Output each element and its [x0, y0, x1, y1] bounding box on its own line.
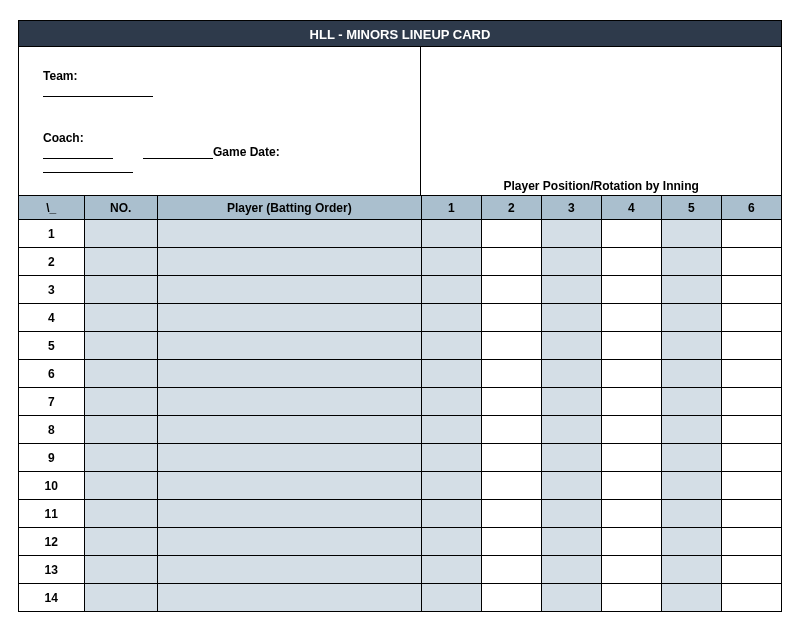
- cell-inning-4: [601, 444, 661, 472]
- cell-player: [157, 472, 421, 500]
- cell-inning-4: [601, 220, 661, 248]
- table-row: 5: [19, 332, 782, 360]
- cell-inning-2: [481, 276, 541, 304]
- table-row: 4: [19, 304, 782, 332]
- cell-no: [84, 416, 157, 444]
- row-number: 6: [19, 360, 85, 388]
- row-number: 3: [19, 276, 85, 304]
- table-row: 6: [19, 360, 782, 388]
- cell-inning-5: [661, 360, 721, 388]
- cell-inning-2: [481, 556, 541, 584]
- info-left: Team: Coach: Game Date:: [19, 47, 421, 195]
- cell-inning-2: [481, 528, 541, 556]
- cell-player: [157, 416, 421, 444]
- row-number: 9: [19, 444, 85, 472]
- header-row: \_ NO. Player (Batting Order) 1 2 3 4 5 …: [19, 196, 782, 220]
- cell-player: [157, 332, 421, 360]
- cell-inning-5: [661, 248, 721, 276]
- row-number: 14: [19, 584, 85, 612]
- cell-inning-1: [421, 360, 481, 388]
- cell-inning-3: [541, 500, 601, 528]
- cell-inning-1: [421, 528, 481, 556]
- row-number: 4: [19, 304, 85, 332]
- row-number: 8: [19, 416, 85, 444]
- cell-inning-4: [601, 556, 661, 584]
- cell-inning-4: [601, 528, 661, 556]
- col-inning-6: 6: [721, 196, 781, 220]
- cell-inning-3: [541, 332, 601, 360]
- team-blank: [43, 96, 153, 97]
- cell-inning-4: [601, 472, 661, 500]
- cell-inning-6: [721, 416, 781, 444]
- coach-blank: [43, 158, 113, 159]
- cell-no: [84, 500, 157, 528]
- row-number: 10: [19, 472, 85, 500]
- table-row: 1: [19, 220, 782, 248]
- cell-player: [157, 444, 421, 472]
- cell-inning-1: [421, 388, 481, 416]
- cell-inning-1: [421, 304, 481, 332]
- col-inning-4: 4: [601, 196, 661, 220]
- cell-inning-3: [541, 416, 601, 444]
- cell-inning-6: [721, 500, 781, 528]
- info-row: Team: Coach: Game Date: Player Position/…: [18, 46, 782, 195]
- cell-no: [84, 556, 157, 584]
- row-number: 11: [19, 500, 85, 528]
- cell-inning-4: [601, 584, 661, 612]
- col-inning-3: 3: [541, 196, 601, 220]
- cell-inning-6: [721, 304, 781, 332]
- cell-inning-4: [601, 332, 661, 360]
- table-row: 9: [19, 444, 782, 472]
- cell-inning-5: [661, 276, 721, 304]
- cell-inning-4: [601, 360, 661, 388]
- row-number: 12: [19, 528, 85, 556]
- team-line: Team:: [23, 55, 416, 111]
- cell-inning-1: [421, 248, 481, 276]
- cell-inning-4: [601, 416, 661, 444]
- cell-inning-1: [421, 444, 481, 472]
- row-number: 1: [19, 220, 85, 248]
- cell-player: [157, 500, 421, 528]
- cell-inning-5: [661, 304, 721, 332]
- cell-inning-6: [721, 276, 781, 304]
- cell-inning-2: [481, 472, 541, 500]
- cell-inning-1: [421, 276, 481, 304]
- cell-inning-6: [721, 528, 781, 556]
- cell-inning-2: [481, 416, 541, 444]
- cell-inning-5: [661, 444, 721, 472]
- col-player: Player (Batting Order): [157, 196, 421, 220]
- cell-inning-1: [421, 472, 481, 500]
- cell-no: [84, 472, 157, 500]
- cell-inning-6: [721, 332, 781, 360]
- cell-player: [157, 556, 421, 584]
- col-inning-1: 1: [421, 196, 481, 220]
- cell-inning-5: [661, 220, 721, 248]
- cell-inning-5: [661, 472, 721, 500]
- table-row: 13: [19, 556, 782, 584]
- team-label: Team:: [43, 69, 77, 83]
- cell-player: [157, 360, 421, 388]
- cell-inning-6: [721, 248, 781, 276]
- cell-no: [84, 444, 157, 472]
- cell-inning-2: [481, 360, 541, 388]
- date-blank: [43, 172, 133, 173]
- cell-inning-3: [541, 556, 601, 584]
- cell-no: [84, 584, 157, 612]
- cell-player: [157, 304, 421, 332]
- cell-inning-5: [661, 388, 721, 416]
- cell-player: [157, 220, 421, 248]
- cell-inning-5: [661, 528, 721, 556]
- cell-inning-2: [481, 584, 541, 612]
- title-text: HLL - MINORS LINEUP CARD: [310, 27, 491, 42]
- cell-inning-5: [661, 556, 721, 584]
- cell-inning-6: [721, 360, 781, 388]
- cell-player: [157, 248, 421, 276]
- table-row: 14: [19, 584, 782, 612]
- cell-inning-3: [541, 276, 601, 304]
- cell-no: [84, 332, 157, 360]
- cell-inning-3: [541, 248, 601, 276]
- cell-player: [157, 276, 421, 304]
- cell-inning-1: [421, 584, 481, 612]
- cell-inning-3: [541, 584, 601, 612]
- cell-inning-2: [481, 500, 541, 528]
